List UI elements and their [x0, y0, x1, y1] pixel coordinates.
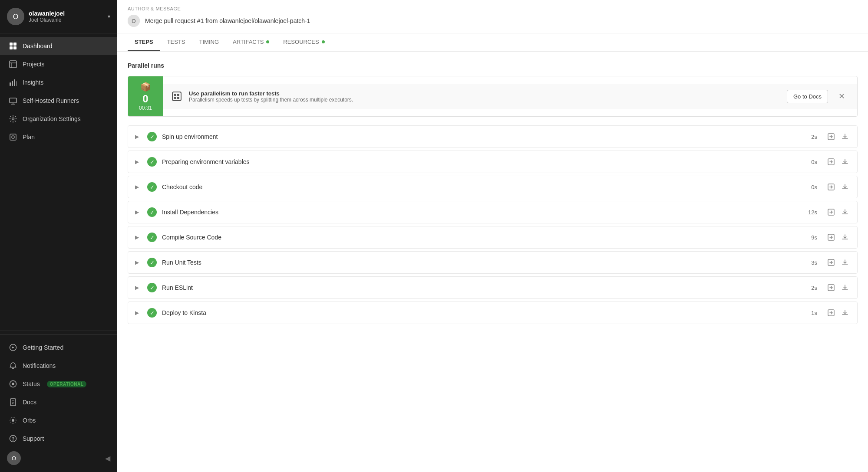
commit-message: Merge pull request #1 from olawanlejoel/… — [145, 17, 310, 24]
sidebar-item-status[interactable]: Status OPERATIONAL — [0, 375, 117, 393]
step-name: Checkout code — [162, 184, 798, 190]
package-icon: 📦 — [140, 82, 151, 92]
step-actions — [826, 308, 850, 317]
tab-artifacts[interactable]: ARTIFACTS — [226, 33, 276, 51]
svg-rect-2 — [10, 43, 13, 46]
banner-sub: Parallelism speeds up tests by splitting… — [189, 97, 782, 103]
tab-tests[interactable]: TESTS — [160, 33, 192, 51]
tab-resources[interactable]: RESOURCES — [276, 33, 331, 51]
step-name: Deploy to Kinsta — [162, 309, 798, 316]
sidebar-item-label: Support — [23, 435, 44, 442]
svg-rect-4 — [10, 46, 13, 49]
svg-rect-10 — [12, 81, 13, 86]
table-row[interactable]: ▶ ✓ Checkout code 0s — [128, 176, 858, 198]
steps-content: Parallel runs 📦 0 00:31 — [117, 52, 868, 472]
sidebar: O olawanlejoel Joel Olawanle ▾ Dashboard — [0, 0, 117, 472]
main-nav: Dashboard Projects — [0, 33, 117, 327]
banner-counter-time: 00:31 — [139, 105, 152, 111]
user-profile[interactable]: O olawanlejoel Joel Olawanle ▾ — [0, 0, 117, 33]
step-open-button[interactable] — [826, 183, 836, 191]
commit-row: O Merge pull request #1 from olawanlejoe… — [128, 15, 858, 33]
tab-timing[interactable]: TIMING — [192, 33, 226, 51]
sidebar-item-getting-started[interactable]: Getting Started — [0, 338, 117, 357]
bottom-avatar[interactable]: O — [7, 451, 21, 465]
insights-icon — [9, 78, 17, 87]
svg-rect-11 — [14, 79, 15, 86]
sidebar-item-plan[interactable]: Plan — [0, 128, 117, 146]
svg-rect-9 — [10, 82, 11, 86]
table-row[interactable]: ▶ ✓ Run Unit Tests 3s — [128, 251, 858, 274]
step-open-button[interactable] — [826, 157, 836, 166]
banner-close-button[interactable]: ✕ — [833, 89, 850, 104]
step-actions — [826, 183, 850, 191]
step-success-icon: ✓ — [147, 258, 157, 267]
sidebar-item-label: Self-Hosted Runners — [23, 97, 79, 104]
sidebar-item-label: Notifications — [23, 362, 56, 369]
step-open-button[interactable] — [826, 283, 836, 292]
status-badge: OPERATIONAL — [47, 381, 87, 387]
step-success-icon: ✓ — [147, 283, 157, 292]
svg-point-21 — [12, 383, 14, 385]
step-open-button[interactable] — [826, 258, 836, 267]
step-actions — [826, 258, 850, 267]
step-success-icon: ✓ — [147, 207, 157, 217]
table-row[interactable]: ▶ ✓ Compile Source Code 9s — [128, 226, 858, 249]
sidebar-item-insights[interactable]: Insights — [0, 73, 117, 92]
sidebar-item-support[interactable]: ? Support — [0, 429, 117, 448]
table-row[interactable]: ▶ ✓ Install Dependencies 12s — [128, 201, 858, 223]
projects-icon — [9, 60, 17, 69]
banner-text: Use parallelism to run faster tests Para… — [189, 90, 782, 103]
sidebar-item-docs[interactable]: Docs — [0, 393, 117, 411]
step-time: 3s — [803, 259, 817, 266]
main-content: Author & Message O Merge pull request #1… — [117, 0, 868, 472]
step-download-button[interactable] — [840, 208, 850, 216]
step-download-button[interactable] — [840, 233, 850, 242]
step-open-button[interactable] — [826, 132, 836, 141]
step-time: 0s — [803, 159, 817, 165]
step-download-button[interactable] — [840, 308, 850, 317]
go-to-docs-button[interactable]: Go to Docs — [787, 90, 828, 103]
plan-icon — [9, 133, 17, 141]
table-row[interactable]: ▶ ✓ Deploy to Kinsta 1s — [128, 302, 858, 324]
sidebar-item-label: Orbs — [23, 417, 36, 424]
settings-icon — [9, 115, 17, 123]
sidebar-item-dashboard[interactable]: Dashboard — [0, 37, 117, 55]
chevron-down-icon: ▾ — [108, 13, 110, 20]
banner-info: Use parallelism to run faster tests Para… — [163, 84, 857, 109]
sidebar-item-label: Projects — [23, 61, 45, 68]
step-name: Spin up environment — [162, 133, 798, 140]
chevron-right-icon: ▶ — [135, 159, 142, 165]
banner-counter: 📦 0 00:31 — [128, 76, 163, 116]
sidebar-item-notifications[interactable]: Notifications — [0, 357, 117, 375]
user-info: olawanlejoel Joel Olawanle — [29, 10, 108, 23]
banner-title: Use parallelism to run faster tests — [189, 90, 782, 97]
step-download-button[interactable] — [840, 132, 850, 141]
tab-steps[interactable]: STEPS — [128, 33, 160, 51]
chevron-right-icon: ▶ — [135, 310, 142, 316]
orbs-icon — [9, 416, 17, 425]
sidebar-item-label: Dashboard — [23, 43, 53, 49]
table-row[interactable]: ▶ ✓ Run ESLint 2s — [128, 276, 858, 299]
resources-dot — [322, 40, 325, 43]
step-download-button[interactable] — [840, 258, 850, 267]
sidebar-item-projects[interactable]: Projects — [0, 55, 117, 73]
step-time: 2s — [803, 134, 817, 140]
step-open-button[interactable] — [826, 208, 836, 216]
step-download-button[interactable] — [840, 183, 850, 191]
table-row[interactable]: ▶ ✓ Spin up environment 2s — [128, 125, 858, 148]
table-row[interactable]: ▶ ✓ Preparing environment variables 0s — [128, 151, 858, 173]
step-actions — [826, 233, 850, 242]
steps-list: ▶ ✓ Spin up environment 2s ▶ ✓ Preparing… — [128, 125, 858, 324]
svg-rect-6 — [10, 61, 17, 68]
step-download-button[interactable] — [840, 157, 850, 166]
step-open-button[interactable] — [826, 308, 836, 317]
sidebar-item-orbs[interactable]: Orbs — [0, 411, 117, 429]
step-open-button[interactable] — [826, 233, 836, 242]
sidebar-item-self-hosted-runners[interactable]: Self-Hosted Runners — [0, 92, 117, 110]
sidebar-item-label: Getting Started — [23, 344, 63, 351]
collapse-sidebar-button[interactable]: ◀ — [105, 454, 110, 462]
step-download-button[interactable] — [840, 283, 850, 292]
svg-rect-12 — [16, 81, 17, 86]
svg-rect-3 — [13, 43, 17, 46]
sidebar-item-organization-settings[interactable]: Organization Settings — [0, 110, 117, 128]
